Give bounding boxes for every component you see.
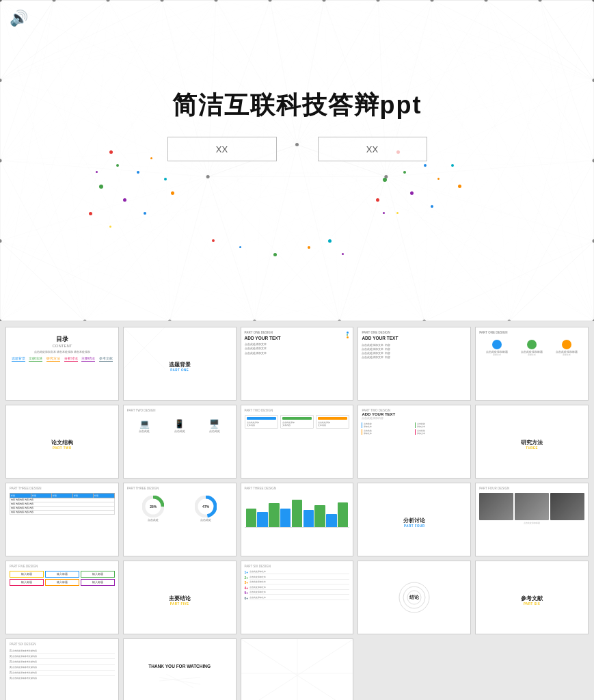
hero-box-2: XX (318, 137, 427, 161)
thumb-inputs[interactable]: PART FIVE DESIGN 输入标题 输入标题 输入标题 输入标题 输入标… (5, 561, 119, 634)
thumb-bar-charts[interactable]: PART THREE DESIGN (241, 483, 354, 556)
thumb-numbered-list[interactable]: PART SIX DESIGN 1+ 点击此处添加文本 2+ 点击此处添加文本 … (241, 561, 354, 634)
thumb-inputs-grid: 输入标题 输入标题 输入标题 输入标题 输入标题 输入标题 (10, 571, 115, 586)
thumb-toc-subtitle: CONTENT (10, 344, 115, 348)
thumb-add-title: ADD YOUR TEXT (245, 336, 350, 340)
thumbnail-grid: 目录 CONTENT 点击此处添加文本 请在本处添加 请在本处添加 选题背景 文… (0, 321, 594, 700)
thumb-list-items: 1+ 点击此处添加文本 2+ 点击此处添加文本 3+ 点击此处添加文本 4+ 点… (245, 570, 350, 600)
svg-line-10 (159, 677, 200, 681)
thumb-part-tag-3: PART ONE DESIGN (479, 331, 584, 334)
thumb-circle-graphic: 结论 (397, 580, 431, 615)
thumb-text-list[interactable]: PART SIX DESIGN [1] 点击此处添加参考文献内容 [2] 点击此… (5, 638, 119, 700)
thumb-table[interactable]: PART THREE DESIGN 标题 标题 标题 标题 标题 内容 内容 内… (5, 483, 119, 556)
thumb-part-six-label: PART SIX (524, 602, 540, 606)
thumb-icon-content[interactable]: PART ONE DESIGN 点击此处添加标题 添加文本 点击此处添加标题 添… (475, 327, 589, 401)
thumb-cols-content: 点击此处添加文本内容 点击此处添加文本内容 点击此处添加文本内容 (245, 415, 350, 429)
thumb-part-three-title: 研究方法 (521, 439, 543, 446)
thumb-add-title-2: ADD YOUR TEXT (362, 336, 467, 340)
thumb-part-five[interactable]: 主要结论 PART FIVE (123, 561, 237, 634)
thumb-toc-desc: 点击此处添加文本 请在本处添加 请在本处添加 (10, 350, 115, 354)
thumb-toc[interactable]: 目录 CONTENT 点击此处添加文本 请在本处添加 请在本处添加 选题背景 文… (5, 327, 119, 401)
thumb-part-tag-8: PART THREE DESIGN (127, 487, 232, 490)
thumb-network-lines (241, 639, 353, 700)
thumb-part-three-label: THREE (526, 446, 538, 450)
thumb-pie-charts[interactable]: PART THREE DESIGN 26% 点击此处 (123, 483, 237, 556)
thumb-icons-row[interactable]: PART TWO DESIGN 💻 点击此处 📱 点击此处 🖥️ 点击此处 (123, 405, 237, 479)
thumb-add-content: 点击此处添加文本点击此处添加文本点击此处添加文本 (245, 342, 350, 355)
thumb-part-four-label: PART FOUR (404, 524, 424, 528)
thumb-part-tag-7: PART THREE DESIGN (10, 487, 115, 490)
hero-slide: 🔊 简洁互联科技答辩ppt XX XX (0, 0, 594, 321)
thumb-thankyou-lines (159, 674, 200, 688)
thumb-blank-network[interactable] (241, 638, 354, 700)
thumb-thankyou-title: THANK YOU FOR WATCHING (148, 663, 211, 670)
thumb-part-tag-10: PART FOUR DESIGN (479, 487, 584, 490)
thumb-part-six-title: 参考文献 (521, 595, 543, 602)
thumb-pies: 26% 点击此处 47% 点击此处 (127, 496, 232, 522)
thumb-network-bg (124, 327, 165, 368)
thumb-part-four[interactable]: 分析讨论 PART FOUR (357, 483, 471, 556)
thumb-part-tag-2: PART ONE DESIGN (362, 331, 467, 334)
thumb-part-two-title: 论文结构 (51, 439, 73, 446)
thumb-part-tag-12: PART SIX DESIGN (245, 565, 350, 568)
thumb-toc-title: 目录 (10, 335, 115, 344)
thumb-three-icons: 💻 点击此处 📱 点击此处 🖥️ 点击此处 (127, 419, 232, 433)
thumb-ref-list: [1] 点击此处添加参考文献内容 [2] 点击此处添加参考文献内容 [3] 点击… (10, 648, 115, 681)
thumb-part-label: PART ONE (170, 368, 189, 372)
hero-boxes: XX XX (0, 137, 594, 161)
thumb-add-text-2[interactable]: PART ONE DESIGN ADD YOUR TEXT 点击此处添加文本 内… (357, 327, 471, 401)
thumb-conclusion-circle[interactable]: 结论 (357, 561, 471, 634)
thumb-images[interactable]: PART FOUR DESIGN 点击此处添加标题 (475, 483, 589, 556)
thumb-subtitle-3: 点击此处添加内容 (362, 416, 467, 420)
thumb-part-tag-11: PART FIVE DESIGN (10, 565, 115, 568)
thumb-three-cols[interactable]: PART TWO DESIGN 点击此处添加文本内容 点击此处添加文本内容 点击… (241, 405, 354, 479)
thumb-text-grid[interactable]: PART TWO DESIGN ADD YOUR TEXT 点击此处添加内容 点… (357, 405, 471, 479)
thumb-icon-row: 点击此处添加标题 添加文本 点击此处添加标题 添加文本 点击此处添加标题 添加文… (479, 340, 584, 356)
thumb-part-two-label: PART TWO (53, 446, 72, 450)
thumb-part-three[interactable]: 研究方法 THREE (475, 405, 589, 479)
thumb-section-title: 选题背景 (169, 361, 191, 368)
svg-line-11 (166, 674, 193, 688)
thumb-part-tag-5: PART TWO DESIGN (245, 409, 350, 412)
thumb-2x2-grid: 点击此处添加文本 点击此处添加文本 点击此处添加文本 点击此处添加文本 (362, 422, 467, 435)
thumb-image-row (479, 493, 584, 520)
thumb-part-five-title: 主要结论 (169, 595, 191, 602)
thumb-part-six[interactable]: 参考文献 PART SIX (475, 561, 589, 634)
thumb-part-two[interactable]: 论文结构 PART TWO (5, 405, 119, 479)
thumb-table-content: 标题 标题 标题 标题 标题 内容 内容 内容 内容 内容 内容 内容 内容 内… (10, 493, 115, 515)
thumb-part-one[interactable]: 选题背景 PART ONE (123, 327, 237, 401)
thumb-part-tag: PART ONE DESIGN (245, 331, 350, 334)
thumb-part-tag-9: PART THREE DESIGN (245, 487, 350, 490)
thumb-part-five-label: PART FIVE (170, 602, 189, 606)
thumb-dots-deco (346, 331, 349, 339)
thumb-part-four-title: 分析讨论 (403, 517, 425, 524)
thumb-add-text-1[interactable]: PART ONE DESIGN ADD YOUR TEXT 点击此处添加文本点击… (241, 327, 354, 401)
speaker-icon: 🔊 (10, 10, 28, 27)
hero-box-1: XX (167, 137, 277, 161)
thumb-text-cols: 点击此处添加文本 内容 点击此处添加文本 内容 点击此处添加文本 内容 点击此处… (362, 343, 467, 360)
hero-title: 简洁互联科技答辩ppt (0, 89, 594, 122)
thumb-part-tag-4: PART TWO DESIGN (127, 409, 232, 412)
thumb-nav-bar: 选题背景 文献综述 研究方法 分析讨论 主要结论 参考文献 (10, 357, 115, 362)
thumb-thank-you[interactable]: THANK YOU FOR WATCHING (123, 638, 237, 700)
thumb-bars (245, 493, 350, 527)
thumb-part-tag-13: PART SIX DESIGN (10, 643, 115, 646)
